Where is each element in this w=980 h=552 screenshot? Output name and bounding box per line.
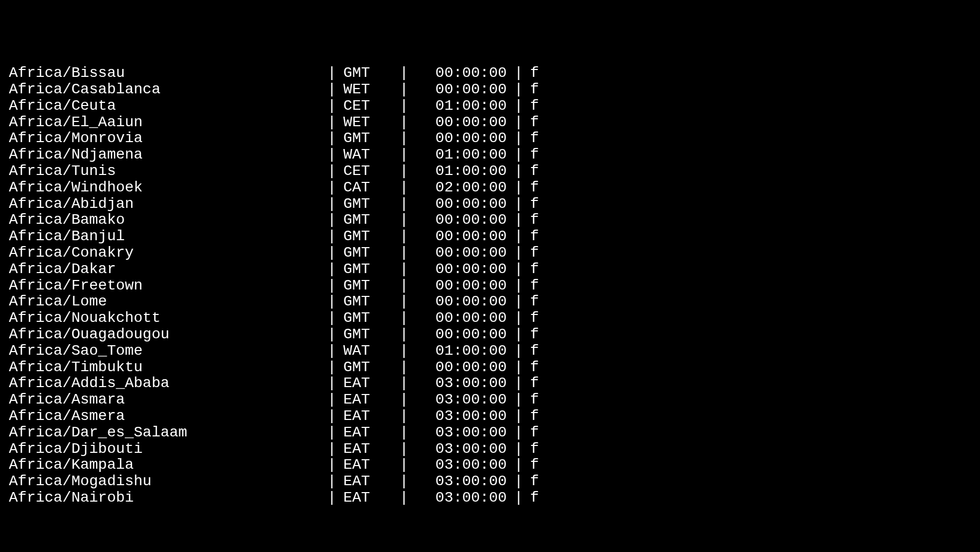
column-separator: | (327, 229, 336, 245)
column-separator: | (400, 98, 408, 115)
timezone-abbrev: EAT (336, 474, 400, 490)
column-separator: | (327, 212, 336, 229)
table-row: Africa/Banjul|GMT|00:00:00|f (0, 229, 980, 245)
table-row: Africa/Freetown|GMT|00:00:00|f (0, 278, 980, 294)
column-separator: | (400, 360, 408, 376)
column-separator: | (400, 457, 408, 474)
column-separator: | (400, 229, 408, 245)
timezone-name: Africa/El_Aaiun (0, 115, 327, 131)
utc-offset: 00:00:00 (408, 294, 514, 310)
timezone-name: Africa/Sao_Tome (0, 343, 327, 360)
column-separator: | (327, 115, 336, 131)
timezone-name: Africa/Casablanca (0, 82, 327, 98)
utc-offset: 03:00:00 (408, 457, 514, 474)
utc-offset: 01:00:00 (408, 163, 514, 180)
column-separator: | (400, 130, 408, 147)
column-separator: | (514, 229, 523, 245)
column-separator: | (327, 408, 336, 425)
timezone-name: Africa/Abidjan (0, 196, 327, 213)
column-separator: | (514, 457, 523, 474)
utc-offset: 00:00:00 (408, 278, 514, 294)
column-separator: | (514, 278, 523, 294)
table-row: Africa/Asmera|EAT|03:00:00|f (0, 408, 980, 425)
is-dst: f (523, 130, 554, 147)
column-separator: | (400, 212, 408, 229)
column-separator: | (400, 294, 408, 310)
utc-offset: 03:00:00 (408, 392, 514, 408)
column-separator: | (514, 82, 523, 98)
timezone-name: Africa/Bamako (0, 212, 327, 229)
column-separator: | (327, 196, 336, 213)
is-dst: f (523, 441, 554, 458)
timezone-abbrev: EAT (336, 408, 400, 425)
column-separator: | (400, 441, 408, 458)
timezone-name: Africa/Djibouti (0, 441, 327, 458)
utc-offset: 00:00:00 (408, 360, 514, 376)
is-dst: f (523, 310, 554, 327)
column-separator: | (327, 310, 336, 327)
timezone-name: Africa/Addis_Ababa (0, 375, 327, 392)
timezone-name: Africa/Dakar (0, 261, 327, 278)
column-separator: | (400, 425, 408, 441)
column-separator: | (514, 375, 523, 392)
utc-offset: 03:00:00 (408, 474, 514, 490)
timezone-abbrev: GMT (336, 310, 400, 327)
timezone-name: Africa/Banjul (0, 229, 327, 245)
column-separator: | (327, 261, 336, 278)
is-dst: f (523, 196, 554, 213)
table-row: Africa/Nouakchott|GMT|00:00:00|f (0, 310, 980, 327)
timezone-abbrev: EAT (336, 457, 400, 474)
table-row: Africa/Ndjamena|WAT|01:00:00|f (0, 147, 980, 163)
column-separator: | (327, 474, 336, 490)
utc-offset: 03:00:00 (408, 375, 514, 392)
table-row: Africa/Lome|GMT|00:00:00|f (0, 294, 980, 310)
table-row: Africa/Nairobi|EAT|03:00:00|f (0, 490, 980, 506)
terminal-output[interactable]: Africa/Bissau|GMT|00:00:00|f Africa/Casa… (0, 65, 980, 506)
timezone-name: Africa/Conakry (0, 245, 327, 261)
column-separator: | (327, 294, 336, 310)
timezone-name: Africa/Lome (0, 294, 327, 310)
timezone-abbrev: GMT (336, 229, 400, 245)
column-separator: | (514, 310, 523, 327)
column-separator: | (514, 245, 523, 261)
timezone-abbrev: CAT (336, 180, 400, 196)
is-dst: f (523, 327, 554, 343)
timezone-abbrev: EAT (336, 441, 400, 458)
is-dst: f (523, 457, 554, 474)
column-separator: | (514, 180, 523, 196)
timezone-abbrev: WAT (336, 147, 400, 163)
column-separator: | (400, 163, 408, 180)
table-row: Africa/Monrovia|GMT|00:00:00|f (0, 130, 980, 147)
column-separator: | (327, 327, 336, 343)
is-dst: f (523, 425, 554, 441)
table-row: Africa/Bissau|GMT|00:00:00|f (0, 65, 980, 82)
timezone-abbrev: GMT (336, 212, 400, 229)
is-dst: f (523, 278, 554, 294)
timezone-name: Africa/Asmara (0, 392, 327, 408)
timezone-name: Africa/Freetown (0, 278, 327, 294)
column-separator: | (327, 490, 336, 506)
timezone-name: Africa/Tunis (0, 163, 327, 180)
column-separator: | (514, 360, 523, 376)
column-separator: | (327, 425, 336, 441)
column-separator: | (400, 147, 408, 163)
timezone-abbrev: GMT (336, 278, 400, 294)
is-dst: f (523, 261, 554, 278)
column-separator: | (514, 115, 523, 131)
timezone-name: Africa/Mogadishu (0, 474, 327, 490)
table-row: Africa/Addis_Ababa|EAT|03:00:00|f (0, 375, 980, 392)
timezone-name: Africa/Windhoek (0, 180, 327, 196)
timezone-name: Africa/Timbuktu (0, 360, 327, 376)
table-row: Africa/Ceuta|CET|01:00:00|f (0, 98, 980, 115)
table-row: Africa/El_Aaiun|WET|00:00:00|f (0, 115, 980, 131)
column-separator: | (400, 196, 408, 213)
utc-offset: 03:00:00 (408, 490, 514, 506)
utc-offset: 00:00:00 (408, 229, 514, 245)
timezone-abbrev: GMT (336, 130, 400, 147)
table-row: Africa/Mogadishu|EAT|03:00:00|f (0, 474, 980, 490)
is-dst: f (523, 408, 554, 425)
table-row: Africa/Ouagadougou|GMT|00:00:00|f (0, 327, 980, 343)
table-row: Africa/Asmara|EAT|03:00:00|f (0, 392, 980, 408)
column-separator: | (514, 163, 523, 180)
timezone-abbrev: GMT (336, 245, 400, 261)
